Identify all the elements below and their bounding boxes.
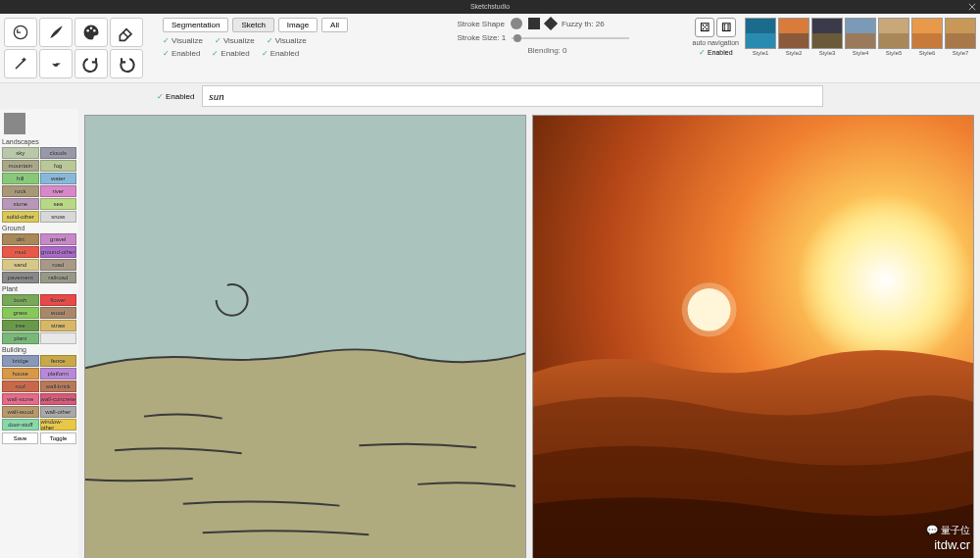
swatch-dirt[interactable]: dirt <box>2 233 39 245</box>
svg-point-4 <box>90 27 93 30</box>
enabled-check-3[interactable]: Enabled <box>262 49 299 58</box>
swatch-solid-other[interactable]: solid-other <box>2 211 39 223</box>
stroke-size-slider[interactable] <box>512 37 629 39</box>
window-title: Sketchstudio <box>470 3 510 10</box>
swatch-plant[interactable]: plant <box>2 332 39 344</box>
swatch-rock[interactable]: rock <box>2 185 39 197</box>
fuzzy-label: Fuzzy th: 26 <box>562 20 605 28</box>
swatch-snow[interactable]: snow <box>40 211 77 223</box>
swatch-mud[interactable]: mud <box>2 246 39 258</box>
canvas-area <box>78 109 980 558</box>
swatch-tree[interactable]: tree <box>2 320 39 331</box>
swatch-wall-concrete[interactable]: wall-concrete <box>40 393 77 405</box>
swatch-railroad[interactable]: railroad <box>40 272 77 283</box>
segmentation-controls: Segmentation Sketch Image All Visualize … <box>155 14 454 82</box>
svg-line-6 <box>123 32 128 37</box>
svg-point-13 <box>682 282 737 336</box>
swatch-mountain[interactable]: mountain <box>2 160 39 172</box>
stroke-shape-label: Stroke Shape <box>458 20 505 28</box>
swatch-fog[interactable]: fog <box>40 160 77 172</box>
swatch-house[interactable]: house <box>2 368 39 380</box>
autonav-enabled-check[interactable]: Enabled <box>699 48 733 57</box>
swatch-wood[interactable]: wood <box>40 307 77 319</box>
palette-section-header: Plant <box>2 283 76 294</box>
swatch-window-other[interactable]: window-other <box>40 419 77 431</box>
swatch-platform[interactable]: platform <box>40 368 77 380</box>
style-thumb-3[interactable]: Style3 <box>811 18 843 56</box>
swatch-fence[interactable]: fence <box>40 355 77 367</box>
prompt-input[interactable] <box>202 85 823 107</box>
swatch-clouds[interactable]: clouds <box>40 147 77 159</box>
enabled-check-1[interactable]: Enabled <box>163 49 200 58</box>
enabled-check-2[interactable]: Enabled <box>212 49 249 58</box>
swatch-wall-other[interactable]: wall-other <box>40 406 77 418</box>
swatch-sea[interactable]: sea <box>40 198 77 210</box>
swatch-wall-brick[interactable]: wall-brick <box>40 380 77 392</box>
palette-sidebar: Landscapesskycloudsmountainfoghillwaterr… <box>0 109 78 558</box>
swatch-grass[interactable]: grass <box>2 307 39 319</box>
palette-section-header: Landscapes <box>2 136 76 147</box>
stroke-size-label: Stroke Size: 1 <box>458 33 507 42</box>
style-thumb-6[interactable]: Style6 <box>911 18 943 56</box>
swatch-bridge[interactable]: bridge <box>2 355 39 367</box>
style-thumb-7[interactable]: Style7 <box>945 18 976 56</box>
swatch-sky[interactable]: sky <box>2 147 39 159</box>
svg-point-3 <box>86 29 89 31</box>
svg-point-11 <box>797 193 973 368</box>
style-thumb-5[interactable]: Style5 <box>878 18 909 56</box>
swatch-straw[interactable]: straw <box>40 320 77 331</box>
dice-1-icon[interactable]: ⚄ <box>695 18 714 37</box>
swatch-river[interactable]: river <box>40 185 77 197</box>
style-thumb-1[interactable]: Style1 <box>745 18 776 56</box>
sketch-canvas[interactable] <box>84 115 526 558</box>
swatch-ground-other[interactable]: ground-other <box>40 246 77 258</box>
shape-square-icon[interactable] <box>528 18 540 29</box>
style-thumb-2[interactable]: Style2 <box>778 18 809 56</box>
seg-sketch-button[interactable]: Sketch <box>232 18 273 32</box>
swatch-hill[interactable]: hill <box>2 173 39 184</box>
shape-circle-icon[interactable] <box>511 18 522 29</box>
swatch-empty[interactable] <box>40 332 77 344</box>
swatch-pavement[interactable]: pavement <box>2 272 39 283</box>
swatch-roof[interactable]: roof <box>2 380 39 392</box>
wand-tool[interactable] <box>4 49 37 78</box>
undo-tool[interactable] <box>4 18 37 47</box>
right-controls: ⚄ ⚅ auto navigation Enabled Style1Style2… <box>689 14 980 82</box>
swatch-water[interactable]: water <box>40 173 77 184</box>
swatch-wall-wood[interactable]: wall-wood <box>2 406 39 418</box>
eraser-tool[interactable] <box>110 18 143 47</box>
swatch-flower[interactable]: flower <box>40 294 77 306</box>
swatch-gravel[interactable]: gravel <box>40 233 77 245</box>
swatch-door-stuff[interactable]: door-stuff <box>2 419 39 431</box>
visualize-check-1[interactable]: Visualize <box>163 36 203 45</box>
shape-diamond-icon[interactable] <box>544 17 558 30</box>
palette-save-button[interactable]: Save <box>2 432 38 444</box>
spiral-tool[interactable] <box>39 49 73 78</box>
palette-tool[interactable] <box>74 18 108 47</box>
swatch-road[interactable]: road <box>40 259 77 271</box>
seg-all-button[interactable]: All <box>321 18 348 32</box>
segmentation-button[interactable]: Segmentation <box>163 18 228 32</box>
palette-toggle-button[interactable]: Toggle <box>40 432 76 444</box>
svg-point-5 <box>93 29 96 31</box>
input-enabled-check[interactable]: Enabled <box>157 92 194 101</box>
palette-section-header: Ground <box>2 223 76 233</box>
swatch-wall-stone[interactable]: wall-stone <box>2 393 39 405</box>
undo2-tool[interactable] <box>110 49 143 78</box>
result-canvas <box>532 115 974 558</box>
dice-2-icon[interactable]: ⚅ <box>716 18 736 37</box>
seg-image-button[interactable]: Image <box>278 18 318 32</box>
style-thumb-4[interactable]: Style4 <box>845 18 876 56</box>
redo-tool[interactable] <box>74 49 108 78</box>
visualize-check-2[interactable]: Visualize <box>215 36 255 45</box>
auto-nav-label[interactable]: auto navigation <box>693 39 739 46</box>
input-row: Enabled <box>0 83 980 109</box>
main-area: Landscapesskycloudsmountainfoghillwaterr… <box>0 109 980 558</box>
close-icon[interactable] <box>968 2 976 10</box>
swatch-stone[interactable]: stone <box>2 198 39 210</box>
swatch-sand[interactable]: sand <box>2 259 39 271</box>
brush-tool[interactable] <box>39 18 73 47</box>
swatch-bush[interactable]: bush <box>2 294 39 306</box>
tool-icons <box>0 14 155 82</box>
visualize-check-3[interactable]: Visualize <box>267 36 307 45</box>
